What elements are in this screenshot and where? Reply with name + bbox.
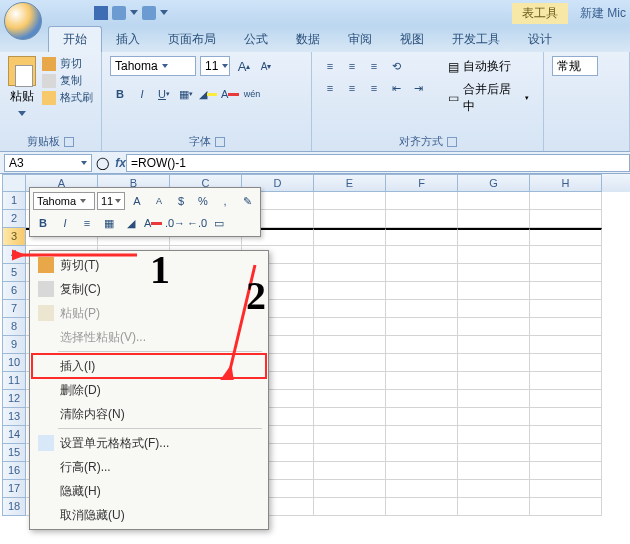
row-header[interactable]: 10 — [2, 354, 26, 372]
mini-merge[interactable]: ▭ — [209, 213, 229, 233]
cell[interactable] — [530, 300, 602, 318]
cell[interactable] — [530, 228, 602, 246]
ctx-format-cells[interactable]: 设置单元格格式(F)... — [32, 431, 266, 455]
undo-icon[interactable] — [112, 6, 126, 20]
cell[interactable] — [458, 354, 530, 372]
format-painter-button[interactable]: 格式刷 — [42, 90, 93, 105]
mini-percent[interactable]: % — [193, 191, 213, 211]
cell[interactable] — [314, 246, 386, 264]
col-header[interactable]: H — [530, 174, 602, 192]
cell[interactable] — [386, 390, 458, 408]
decrease-indent-button[interactable]: ⇤ — [386, 78, 406, 98]
cell[interactable] — [314, 192, 386, 210]
cell[interactable] — [458, 282, 530, 300]
cell[interactable] — [458, 246, 530, 264]
mini-grow-font[interactable]: A — [127, 191, 147, 211]
mini-inc-decimal[interactable]: .0→ — [165, 213, 185, 233]
row-header[interactable]: 11 — [2, 372, 26, 390]
ctx-hide[interactable]: 隐藏(H) — [32, 479, 266, 503]
cell[interactable] — [386, 354, 458, 372]
bold-button[interactable]: B — [110, 84, 130, 104]
ctx-delete[interactable]: 删除(D) — [32, 378, 266, 402]
cell[interactable] — [314, 210, 386, 228]
cell[interactable] — [386, 336, 458, 354]
ctx-unhide[interactable]: 取消隐藏(U) — [32, 503, 266, 527]
tab-data[interactable]: 数据 — [282, 27, 334, 52]
cell[interactable] — [386, 498, 458, 516]
tab-insert[interactable]: 插入 — [102, 27, 154, 52]
mini-bold[interactable]: B — [33, 213, 53, 233]
row-header[interactable]: 18 — [2, 498, 26, 516]
cell[interactable] — [386, 192, 458, 210]
mini-italic[interactable]: I — [55, 213, 75, 233]
mini-currency[interactable]: $ — [171, 191, 191, 211]
redo-icon[interactable] — [142, 6, 156, 20]
cell[interactable] — [530, 318, 602, 336]
font-size-combo[interactable]: 11 — [200, 56, 230, 76]
save-icon[interactable] — [94, 6, 108, 20]
cell[interactable] — [458, 336, 530, 354]
cell[interactable] — [386, 462, 458, 480]
cell[interactable] — [314, 426, 386, 444]
col-header[interactable]: G — [458, 174, 530, 192]
row-header[interactable]: 3 — [2, 228, 26, 246]
name-box[interactable]: A3 — [4, 154, 92, 172]
tab-home[interactable]: 开始 — [48, 26, 102, 52]
cell[interactable] — [314, 354, 386, 372]
cell[interactable] — [314, 336, 386, 354]
row-header[interactable]: 5 — [2, 264, 26, 282]
row-header[interactable]: 2 — [2, 210, 26, 228]
cell[interactable] — [458, 444, 530, 462]
row-header[interactable]: 14 — [2, 426, 26, 444]
cell[interactable] — [530, 354, 602, 372]
cell[interactable] — [530, 408, 602, 426]
cell[interactable] — [530, 282, 602, 300]
orientation-button[interactable]: ⟲ — [386, 56, 406, 76]
cell[interactable] — [314, 300, 386, 318]
italic-button[interactable]: I — [132, 84, 152, 104]
cell[interactable] — [314, 264, 386, 282]
cell[interactable] — [386, 300, 458, 318]
font-launcher-icon[interactable] — [215, 137, 225, 147]
tab-formulas[interactable]: 公式 — [230, 27, 282, 52]
mini-dec-decimal[interactable]: ←.0 — [187, 213, 207, 233]
align-right-button[interactable]: ≡ — [364, 78, 384, 98]
cell[interactable] — [386, 408, 458, 426]
cell[interactable] — [530, 462, 602, 480]
align-left-button[interactable]: ≡ — [320, 78, 340, 98]
mini-comma[interactable]: , — [215, 191, 235, 211]
cell[interactable] — [458, 480, 530, 498]
number-format-combo[interactable]: 常规 — [552, 56, 598, 76]
row-header[interactable]: 16 — [2, 462, 26, 480]
cell[interactable] — [458, 408, 530, 426]
copy-button[interactable]: 复制 — [42, 73, 93, 88]
wrap-text-button[interactable]: ▤自动换行 — [442, 56, 535, 77]
increase-indent-button[interactable]: ⇥ — [408, 78, 428, 98]
cell[interactable] — [458, 210, 530, 228]
cell[interactable] — [530, 480, 602, 498]
cell[interactable] — [530, 426, 602, 444]
cell[interactable] — [458, 426, 530, 444]
fx-icon[interactable]: fx — [115, 156, 126, 170]
align-bottom-button[interactable]: ≡ — [364, 56, 384, 76]
row-header[interactable]: 17 — [2, 480, 26, 498]
cell[interactable] — [530, 372, 602, 390]
tab-design[interactable]: 设计 — [514, 27, 566, 52]
cell[interactable] — [458, 228, 530, 246]
mini-font-name[interactable]: Tahoma — [33, 192, 95, 210]
paste-button[interactable]: 粘贴 — [8, 56, 36, 119]
row-header[interactable]: 7 — [2, 300, 26, 318]
cell[interactable] — [386, 246, 458, 264]
align-middle-button[interactable]: ≡ — [342, 56, 362, 76]
cell[interactable] — [458, 462, 530, 480]
name-box-dropdown-icon[interactable] — [81, 161, 87, 165]
cell[interactable] — [458, 390, 530, 408]
ctx-paste-special[interactable]: 选择性粘贴(V)... — [32, 325, 266, 349]
cell[interactable] — [458, 300, 530, 318]
cell[interactable] — [530, 210, 602, 228]
tab-view[interactable]: 视图 — [386, 27, 438, 52]
grow-font-button[interactable]: A▴ — [234, 56, 254, 76]
tab-developer[interactable]: 开发工具 — [438, 27, 514, 52]
col-header[interactable]: F — [386, 174, 458, 192]
shrink-font-button[interactable]: A▾ — [256, 56, 276, 76]
